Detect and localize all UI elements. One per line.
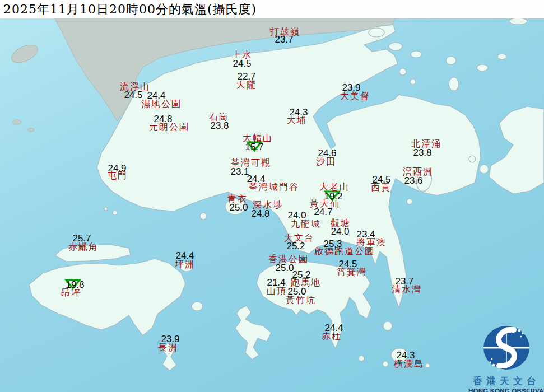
station-label: 大埔: [287, 115, 307, 127]
station-label: 黃大仙: [310, 198, 340, 210]
station-label: 大老山: [319, 181, 350, 193]
station-label: 大隴: [236, 80, 257, 91]
hko-logo: 香港天文台 HONG KONG OBSERVATORY: [468, 324, 544, 392]
station-label: 筲箕灣: [337, 267, 367, 278]
station-label: 大帽山: [243, 133, 273, 144]
station-label: 長洲: [158, 342, 178, 354]
station-label: 上水: [232, 49, 252, 61]
station-label: 赤柱: [322, 331, 342, 343]
station-label: 屯門: [108, 170, 128, 182]
title-bar: 2025年11月10日20時00分的氣溫(攝氏度): [0, 0, 544, 18]
hko-logo-chinese-name: 香港天文台: [468, 375, 544, 388]
station-label: 濕地公園: [141, 99, 182, 110]
hko-logo-english-name: HONG KONG OBSERVATORY: [468, 388, 544, 392]
hko-logo-icon: [472, 324, 541, 372]
station-label: 大美督: [340, 91, 370, 102]
station-label: 橫瀾島: [394, 358, 424, 370]
station-label: 滘西洲: [403, 166, 433, 178]
station-label: 北潭涌: [411, 138, 441, 150]
station-label: 元朗公園: [149, 122, 189, 133]
station-label: 赤鱲角: [68, 241, 99, 253]
station-label: 深水埗: [253, 199, 283, 211]
station-label: 坪洲: [175, 259, 195, 270]
station-label: 啟德跑道公園: [314, 246, 375, 258]
station-label: 天文台: [284, 232, 314, 244]
temperature-map-screen: 2025年11月10日20時00分的氣溫(攝氏度) 23.7打鼓嶺24.5上水2…: [0, 0, 544, 392]
station-label: 觀塘: [331, 218, 351, 230]
station-label: 香港公園: [268, 254, 309, 265]
station-label: 清水灣: [392, 284, 422, 296]
station-label: 昂坪: [61, 287, 81, 299]
station-label: 青衣: [227, 193, 248, 205]
station-label: 沙田: [316, 156, 336, 168]
station-label: 打鼓嶺: [270, 26, 300, 38]
station-label: 九龍城: [291, 218, 321, 230]
station-label: 石崗: [209, 111, 229, 123]
station-label: 西貢: [371, 182, 391, 194]
station-label: 流浮山: [120, 81, 150, 93]
station-label: 荃灣城門谷: [249, 181, 299, 193]
station-layer: 23.7打鼓嶺24.5上水22.7大隴24.5流浮山24.4濕地公園23.9大美…: [0, 0, 544, 392]
station-label: 山頂: [267, 286, 287, 297]
map-title: 2025年11月10日20時00分的氣溫(攝氏度): [0, 1, 257, 18]
station-label: 荃灣可觀: [231, 157, 271, 169]
station-label: 黃竹坑: [286, 295, 316, 306]
